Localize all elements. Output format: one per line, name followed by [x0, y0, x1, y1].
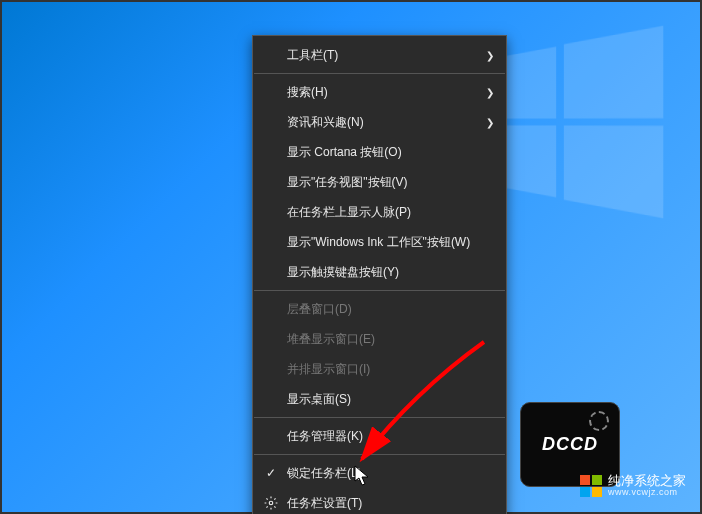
watermark-url: www.vcwjz.com [608, 488, 686, 498]
menu-label: 搜索(H) [287, 84, 328, 101]
app-icon-label: DCCD [542, 434, 598, 455]
menu-show-people[interactable]: 在任务栏上显示人脉(P) [253, 197, 506, 227]
menu-show-touch-keyboard[interactable]: 显示触摸键盘按钮(Y) [253, 257, 506, 287]
watermark-logo-icon [580, 475, 602, 497]
menu-lock-taskbar[interactable]: 锁定任务栏(L) [253, 458, 506, 488]
menu-task-manager[interactable]: 任务管理器(K) [253, 421, 506, 451]
taskbar-context-menu: 工具栏(T) ❯ 搜索(H) ❯ 资讯和兴趣(N) ❯ 显示 Cortana 按… [252, 35, 507, 514]
check-icon [263, 466, 279, 480]
menu-search[interactable]: 搜索(H) ❯ [253, 77, 506, 107]
menu-show-ink-workspace[interactable]: 显示"Windows Ink 工作区"按钮(W) [253, 227, 506, 257]
menu-label: 显示 Cortana 按钮(O) [287, 144, 402, 161]
menu-label: 显示"Windows Ink 工作区"按钮(W) [287, 234, 470, 251]
chevron-right-icon: ❯ [486, 50, 494, 61]
menu-show-cortana[interactable]: 显示 Cortana 按钮(O) [253, 137, 506, 167]
menu-label: 任务管理器(K) [287, 428, 363, 445]
watermark: 纯净系统之家 www.vcwjz.com [580, 474, 686, 498]
menu-label: 任务栏设置(T) [287, 495, 362, 512]
menu-label: 并排显示窗口(I) [287, 361, 370, 378]
menu-label: 锁定任务栏(L) [287, 465, 362, 482]
menu-cascade-windows: 层叠窗口(D) [253, 294, 506, 324]
menu-label: 堆叠显示窗口(E) [287, 331, 375, 348]
gear-icon [263, 496, 279, 510]
menu-separator [254, 73, 505, 74]
menu-show-desktop[interactable]: 显示桌面(S) [253, 384, 506, 414]
svg-point-0 [269, 501, 273, 505]
menu-taskbar-settings[interactable]: 任务栏设置(T) [253, 488, 506, 514]
menu-separator [254, 417, 505, 418]
menu-show-task-view[interactable]: 显示"任务视图"按钮(V) [253, 167, 506, 197]
menu-label: 显示触摸键盘按钮(Y) [287, 264, 399, 281]
menu-side-by-side: 并排显示窗口(I) [253, 354, 506, 384]
watermark-title: 纯净系统之家 [608, 474, 686, 488]
gear-decoration-icon [589, 411, 609, 431]
menu-toolbars[interactable]: 工具栏(T) ❯ [253, 40, 506, 70]
menu-label: 显示桌面(S) [287, 391, 351, 408]
chevron-right-icon: ❯ [486, 117, 494, 128]
menu-separator [254, 454, 505, 455]
menu-label: 工具栏(T) [287, 47, 338, 64]
menu-separator [254, 290, 505, 291]
desktop-background[interactable]: 工具栏(T) ❯ 搜索(H) ❯ 资讯和兴趣(N) ❯ 显示 Cortana 按… [0, 0, 702, 514]
menu-label: 资讯和兴趣(N) [287, 114, 364, 131]
menu-stack-windows: 堆叠显示窗口(E) [253, 324, 506, 354]
menu-label: 在任务栏上显示人脉(P) [287, 204, 411, 221]
menu-news-interests[interactable]: 资讯和兴趣(N) ❯ [253, 107, 506, 137]
menu-label: 显示"任务视图"按钮(V) [287, 174, 408, 191]
chevron-right-icon: ❯ [486, 87, 494, 98]
menu-label: 层叠窗口(D) [287, 301, 352, 318]
